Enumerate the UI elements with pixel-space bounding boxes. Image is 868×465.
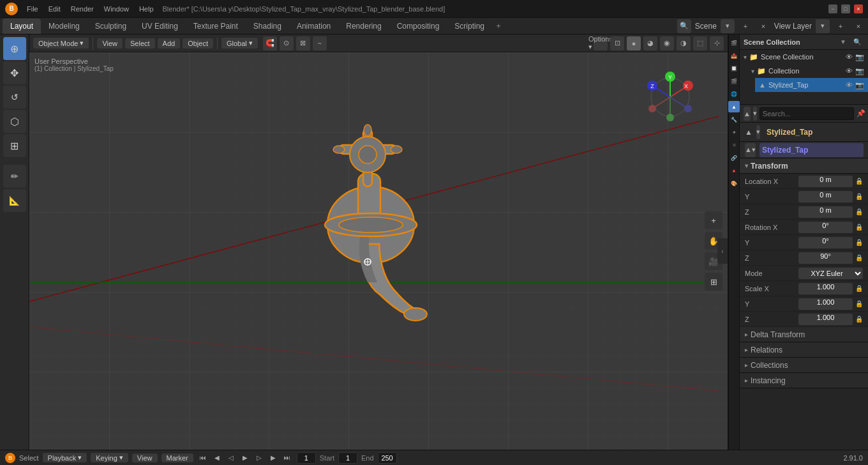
auto-merge-icon[interactable]: ~ xyxy=(313,36,327,50)
instancing-section[interactable]: ▸ Instancing xyxy=(740,373,868,388)
viewport-shading-rendered[interactable]: ◉ xyxy=(660,36,674,50)
camera-icon-object[interactable]: 📷 xyxy=(855,81,864,89)
outliner-scene-collection[interactable]: ▾ 📁 Scene Collection 👁 📷 xyxy=(740,50,868,64)
maximize-button[interactable]: □ xyxy=(841,4,850,13)
grid-button[interactable]: ⊞ xyxy=(705,273,722,291)
annotate-tool-button[interactable]: ✏ xyxy=(3,165,26,188)
view-menu-btn[interactable]: View xyxy=(132,454,158,462)
view-menu-button[interactable]: View xyxy=(97,38,123,49)
pin-icon[interactable]: 📌 xyxy=(857,109,865,118)
scale-x-input[interactable]: 1.000 xyxy=(798,283,853,294)
props-icon-btn[interactable]: ▲ xyxy=(744,107,751,121)
outliner-search-btn[interactable]: 🔍 xyxy=(850,35,864,49)
outliner-stylized-tap[interactable]: ▲ Stylized_Tap 👁 📷 xyxy=(755,78,868,92)
menu-file[interactable]: File xyxy=(23,4,42,14)
rotation-y-input[interactable]: 0° xyxy=(798,237,853,248)
playback-menu-btn[interactable]: Playback ▾ xyxy=(43,453,87,462)
scale-z-lock[interactable]: 🔒 xyxy=(855,316,863,323)
camera-icon-scene[interactable]: 📷 xyxy=(855,53,864,61)
xray-btn[interactable]: ⬚ xyxy=(693,36,707,50)
current-frame-input[interactable] xyxy=(297,452,316,464)
viewport-shading-solid[interactable]: ● xyxy=(627,36,641,50)
rotation-y-lock[interactable]: 🔒 xyxy=(855,239,863,246)
scale-z-input[interactable]: 1.000 xyxy=(798,314,853,325)
play-button[interactable]: ▶ xyxy=(239,452,251,464)
scene-dropdown-btn[interactable]: ▾ xyxy=(721,19,735,33)
eye-icon-collection[interactable]: 👁 xyxy=(846,67,853,75)
snap-align-icon[interactable]: ⊠ xyxy=(296,36,310,50)
location-x-lock[interactable]: 🔒 xyxy=(855,178,863,185)
scale-y-input[interactable]: 1.000 xyxy=(798,298,853,310)
outliner-collection[interactable]: ▾ 📁 Collection 👁 📷 xyxy=(747,64,868,78)
menu-window[interactable]: Window xyxy=(100,4,133,14)
tab-texture-paint[interactable]: Texture Paint xyxy=(186,19,246,34)
proportional-edit-icon[interactable]: ⊙ xyxy=(280,36,294,50)
minimize-button[interactable]: − xyxy=(828,4,837,13)
rotate-tool-button[interactable]: ↺ xyxy=(3,86,26,109)
add-workspace-button[interactable]: + xyxy=(492,20,505,33)
scene-properties-icon[interactable]: 🎬 xyxy=(728,75,740,87)
select-menu-button[interactable]: Select xyxy=(125,38,155,49)
properties-search-input[interactable] xyxy=(760,107,854,120)
tab-shading[interactable]: Shading xyxy=(246,19,289,34)
overlay-btn[interactable]: ◑ xyxy=(677,36,691,50)
location-z-lock[interactable]: 🔒 xyxy=(855,208,863,215)
location-y-lock[interactable]: 🔒 xyxy=(855,193,863,200)
viewport-options-btn[interactable]: Options ▾ xyxy=(594,36,608,50)
tab-sculpting[interactable]: Sculpting xyxy=(87,19,134,34)
location-x-input[interactable]: 0 m xyxy=(798,176,853,187)
end-frame-input[interactable] xyxy=(378,452,397,464)
view-layer-add-btn[interactable]: + xyxy=(834,19,848,33)
search-icon-btn[interactable]: 🔍 xyxy=(677,19,691,33)
world-properties-icon[interactable]: 🌐 xyxy=(728,88,740,100)
object-name-field[interactable] xyxy=(764,125,868,139)
tab-rendering[interactable]: Rendering xyxy=(338,19,389,34)
tab-compositing[interactable]: Compositing xyxy=(389,19,447,34)
props-dropdown-btn[interactable]: ▾ xyxy=(753,107,757,121)
transform-section-header[interactable]: ▾ Transform xyxy=(740,158,868,174)
tab-modeling[interactable]: Modeling xyxy=(41,19,87,34)
move-tool-button[interactable]: ✥ xyxy=(3,61,26,84)
view-layer-dropdown-btn[interactable]: ▾ xyxy=(816,19,830,33)
object-mode-dropdown[interactable]: Object Mode ▾ xyxy=(33,38,89,49)
prev-keyframe-button[interactable]: ◁ xyxy=(225,452,237,464)
navigation-gizmo[interactable]: X Y Z xyxy=(645,72,696,123)
location-y-input[interactable]: 0 m xyxy=(798,191,853,202)
next-keyframe-button[interactable]: ▷ xyxy=(253,452,265,464)
particles-properties-icon[interactable]: ✦ xyxy=(728,126,740,138)
tab-animation[interactable]: Animation xyxy=(289,19,338,34)
menu-render[interactable]: Render xyxy=(67,4,98,14)
start-frame-input[interactable] xyxy=(338,452,357,464)
jump-start-button[interactable]: ⏮ xyxy=(197,452,209,464)
scene-remove-btn[interactable]: × xyxy=(756,19,770,33)
3d-viewport[interactable]: User Perspective (1) Collection | Styliz… xyxy=(29,52,728,450)
transform-tool-button[interactable]: ⊞ xyxy=(3,134,26,157)
view-layer-properties-icon[interactable]: 🔲 xyxy=(728,63,740,74)
rotation-z-input[interactable]: 90° xyxy=(798,252,853,264)
object-type-dropdown[interactable]: ▾ xyxy=(756,125,760,139)
render-properties-icon[interactable]: 🎬 xyxy=(728,37,740,49)
rotation-mode-select[interactable]: XYZ Euler xyxy=(798,268,863,279)
delta-transform-section[interactable]: ▸ Delta Transform xyxy=(740,327,868,342)
transform-dropdown[interactable]: Global ▾ xyxy=(221,38,258,49)
viewport-shading-material[interactable]: ◕ xyxy=(643,36,657,50)
tab-scripting[interactable]: Scripting xyxy=(447,19,492,34)
eye-icon-scene[interactable]: 👁 xyxy=(846,53,853,61)
viewport-shading-wire[interactable]: ⊡ xyxy=(610,36,624,50)
scene-add-btn[interactable]: + xyxy=(738,19,752,33)
eye-icon-object[interactable]: 👁 xyxy=(846,81,853,89)
relations-section[interactable]: ▸ Relations xyxy=(740,342,868,358)
cursor-tool-button[interactable]: ⊕ xyxy=(3,37,26,60)
modifier-properties-icon[interactable]: 🔧 xyxy=(728,114,740,125)
right-panel-collapse-btn[interactable]: ‹ xyxy=(717,238,728,264)
camera-icon-collection[interactable]: 📷 xyxy=(855,67,864,75)
scale-y-lock[interactable]: 🔒 xyxy=(855,300,863,307)
snap-icon[interactable]: 🧲 xyxy=(263,36,277,50)
output-properties-icon[interactable]: 📤 xyxy=(728,50,740,61)
outliner-filter-btn[interactable]: ▼ xyxy=(836,35,850,49)
close-button[interactable]: × xyxy=(854,4,863,13)
zoom-in-button[interactable]: + xyxy=(705,211,722,229)
gizmo-btn[interactable]: ⊹ xyxy=(710,36,724,50)
constraints-properties-icon[interactable]: 🔗 xyxy=(728,152,740,164)
rotation-x-lock[interactable]: 🔒 xyxy=(855,224,863,231)
